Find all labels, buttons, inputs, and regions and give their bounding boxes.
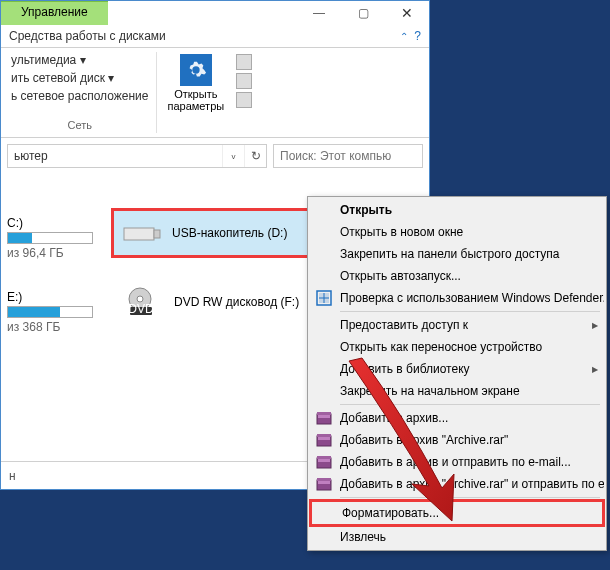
svg-rect-12 — [317, 434, 331, 437]
svg-rect-9 — [317, 412, 331, 415]
usb-drive-icon — [120, 217, 164, 249]
status-text: н — [9, 469, 16, 483]
ctx-item-add-to-library[interactable]: Добавить в библиотеку — [310, 358, 604, 380]
drive-label: DVD RW дисковод (F:) — [174, 295, 299, 309]
ctx-item-pin-quick-access[interactable]: Закрепить на панели быстрого доступа — [310, 243, 604, 265]
ribbon-smallicon-1[interactable] — [236, 54, 252, 70]
ctx-separator — [340, 311, 600, 312]
help-icon[interactable]: ? — [414, 29, 421, 43]
drive-label: E:) — [7, 290, 93, 304]
ribbon-button-label: Открыть параметры — [167, 88, 224, 112]
drive-label: C:) — [7, 216, 93, 230]
ribbon-group-system: Открыть параметры — [157, 52, 262, 133]
ctx-item-give-access-to[interactable]: Предоставить доступ к — [310, 314, 604, 336]
window-controls: — ▢ ✕ — [297, 1, 429, 25]
ctx-item-open[interactable]: Открыть — [310, 199, 604, 221]
ctx-item-open-new-window[interactable]: Открыть в новом окне — [310, 221, 604, 243]
winrar-icon — [314, 431, 334, 449]
svg-rect-15 — [317, 456, 331, 459]
dvd-drive-icon: DVD — [122, 286, 166, 318]
title-tabs: Управление — ▢ ✕ — [1, 1, 429, 25]
ctx-separator — [340, 497, 600, 498]
drive-free-text: из 96,4 ГБ — [7, 246, 93, 260]
svg-rect-1 — [154, 230, 160, 238]
winrar-icon — [314, 409, 334, 427]
ribbon-item-net-location[interactable]: ь сетевое расположение — [9, 88, 150, 104]
ctx-item-add-to-archive[interactable]: Добавить в архив... — [310, 407, 604, 429]
chevron-up-icon[interactable]: ⌃ — [400, 31, 408, 42]
ribbon-smallicon-2[interactable] — [236, 73, 252, 89]
address-dropdown-icon[interactable]: v — [222, 145, 244, 167]
address-text: ьютер — [8, 149, 222, 163]
svg-rect-18 — [317, 478, 331, 481]
winrar-icon — [314, 475, 334, 493]
drive-dvd[interactable]: DVD DVD RW дисковод (F:) — [116, 280, 316, 324]
ctx-item-open-autoplay[interactable]: Открыть автозапуск... — [310, 265, 604, 287]
svg-rect-11 — [318, 437, 330, 440]
svg-rect-14 — [318, 459, 330, 462]
close-button[interactable]: ✕ — [385, 1, 429, 25]
maximize-button[interactable]: ▢ — [341, 1, 385, 25]
ctx-item-windows-defender-scan[interactable]: Проверка с использованием Windows Defend… — [310, 287, 604, 309]
ctx-item-pin-start[interactable]: Закрепить на начальном экране — [310, 380, 604, 402]
ribbon-group-label-network: Сеть — [9, 117, 150, 133]
ribbon-button-open-params[interactable]: Открыть параметры — [163, 52, 228, 114]
svg-text:DVD: DVD — [128, 302, 154, 316]
ctx-item-add-to-archive-rar[interactable]: Добавить в архив "Archive.rar" — [310, 429, 604, 451]
address-input[interactable]: ьютер v ↻ — [7, 144, 267, 168]
address-bar: ьютер v ↻ — [1, 138, 429, 174]
ribbon-smallicon-3[interactable] — [236, 92, 252, 108]
ctx-separator — [340, 404, 600, 405]
ribbon-item-multimedia[interactable]: ультимедиа ▾ — [9, 52, 88, 68]
drive-free-text: из 368 ГБ — [7, 320, 93, 334]
ribbon: ультимедиа ▾ ить сетевой диск ▾ ь сетево… — [1, 48, 429, 138]
drive-usage-bar — [7, 232, 93, 244]
context-menu: Открыть Открыть в новом окне Закрепить н… — [307, 196, 607, 551]
ribbon-tab-row: Средства работы с дисками ⌃ ? — [1, 25, 429, 48]
drive-label: USB-накопитель (D:) — [172, 226, 287, 240]
drive-usage-bar — [7, 306, 93, 318]
ctx-item-archive-rar-and-email[interactable]: Добавить в архив "Archive.rar" и отправи… — [310, 473, 604, 495]
gear-icon — [180, 54, 212, 86]
svg-rect-8 — [318, 415, 330, 418]
minimize-button[interactable]: — — [297, 1, 341, 25]
ctx-item-open-as-portable[interactable]: Открыть как переносное устройство — [310, 336, 604, 358]
svg-rect-0 — [124, 228, 154, 240]
tab-management[interactable]: Управление — [1, 1, 108, 25]
ctx-item-format[interactable]: Форматировать... — [312, 502, 602, 524]
shield-icon — [314, 289, 334, 307]
ctx-item-archive-and-email[interactable]: Добавить в архив и отправить по e-mail..… — [310, 451, 604, 473]
ribbon-item-map-drive[interactable]: ить сетевой диск ▾ — [9, 70, 116, 86]
highlight-format: Форматировать... — [309, 499, 605, 527]
ribbon-group-network: ультимедиа ▾ ить сетевой диск ▾ ь сетево… — [3, 52, 157, 133]
refresh-icon[interactable]: ↻ — [244, 145, 266, 167]
winrar-icon — [314, 453, 334, 471]
drive-usb-selected[interactable]: USB-накопитель (D:) — [111, 208, 321, 258]
ribbon-tab-label[interactable]: Средства работы с дисками — [9, 29, 166, 43]
ribbon-right-controls: ⌃ ? — [400, 29, 421, 43]
ctx-item-eject[interactable]: Извлечь — [310, 526, 604, 548]
svg-rect-17 — [318, 481, 330, 484]
search-input[interactable] — [273, 144, 423, 168]
ribbon-small-icons — [232, 52, 256, 114]
